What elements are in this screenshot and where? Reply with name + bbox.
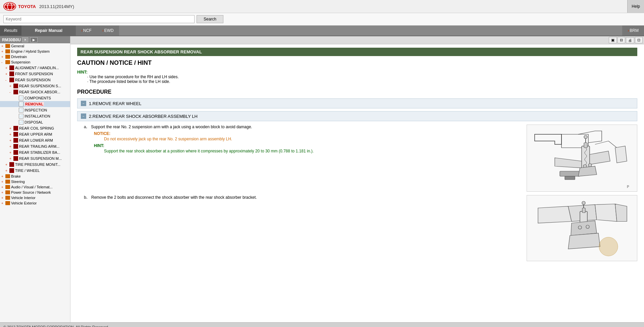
tab-ewd-label: EWD [104, 28, 114, 33]
expand-icon-tire-wheel[interactable]: + [5, 169, 9, 173]
step-2-block[interactable]: − 2.REMOVE REAR SHOCK ABSORBER ASSEMBLY … [77, 111, 637, 121]
expand-icon-tire-pressure[interactable]: + [5, 163, 9, 167]
tab-ncf-label: NCF [83, 28, 92, 33]
search-button[interactable]: Search [197, 15, 223, 23]
folder-icon-drivetrain [5, 55, 10, 59]
keyword-input[interactable] [3, 15, 195, 23]
help-button[interactable]: Help [627, 0, 644, 13]
expand-icon-audio-visual[interactable]: + [1, 185, 5, 189]
sidebar-label-rear-stabilizer-bar: REAR STABILIZER BA... [19, 150, 60, 154]
tab-results-label: Results [4, 28, 17, 33]
sidebar-label-rear-trailing-arm: REAR TRAILING ARM... [19, 144, 59, 148]
tab-results[interactable]: Results [0, 26, 21, 36]
expand-icon-rear-upper-arm[interactable]: + [9, 133, 13, 136]
sidebar-close-button[interactable]: ✕ [22, 37, 28, 42]
sidebar-item-rear-upper-arm[interactable]: + REAR UPPER ARM [0, 131, 70, 137]
print-button[interactable]: 🖨 [626, 37, 634, 43]
sidebar-item-tire-pressure[interactable]: + TIRE PRESSURE MONIT... [0, 161, 70, 168]
sidebar-label-engine: Engine / Hybrid System [11, 49, 50, 53]
book-icon-rear-shock-absor [13, 90, 18, 94]
sidebar-item-engine[interactable]: + Engine / Hybrid System [0, 49, 70, 54]
book-icon-rear-stabilizer-bar [13, 150, 18, 155]
sidebar-item-rear-suspension-m[interactable]: + REAR SUSPENSION M... [0, 155, 70, 161]
expand-icon-front-suspension[interactable]: + [5, 72, 9, 76]
expand-icon-rear-lower-arm[interactable]: + [9, 139, 13, 142]
sidebar-item-rear-suspension[interactable]: - REAR SUSPENSION [0, 77, 70, 83]
folder-icon-steering [5, 180, 10, 184]
expand-icon-rear-suspension[interactable]: - [5, 78, 9, 82]
sidebar-item-disposal[interactable]: 📄 DISPOSAL [0, 119, 70, 125]
header: TOYOTA 2013.11(2014MY) Help [0, 0, 644, 13]
tab-repair-manual[interactable]: Repair Manual [21, 26, 76, 36]
step-2a-label: a. [84, 125, 87, 129]
view-single-button[interactable]: ▣ [609, 37, 617, 43]
expand-icon-rear-stabilizer-bar[interactable]: + [9, 151, 13, 154]
expand-icon-rear-trailing-arm[interactable]: + [9, 145, 13, 148]
sidebar-item-removal[interactable]: 📄 REMOVAL [0, 101, 70, 107]
tab-brm[interactable]: › BRM [622, 26, 644, 36]
svg-point-23 [586, 225, 589, 229]
procedure-title: PROCEDURE [77, 89, 637, 95]
sidebar-item-vehicle-interior[interactable]: + Vehicle Interior [0, 195, 70, 200]
main-area: RM30B0U ✕ ▶ + General + Engine / Hybrid … [0, 36, 644, 322]
sidebar-item-drivetrain[interactable]: + Drivetrain [0, 54, 70, 59]
expand-icon-engine[interactable]: + [1, 50, 5, 53]
step-2b-label: b. [84, 195, 88, 200]
expand-icon-alignment[interactable]: + [5, 66, 9, 70]
page-icon-disposal: 📄 [19, 120, 23, 125]
sidebar-item-installation[interactable]: 📄 INSTALLATION [0, 113, 70, 119]
sidebar-item-alignment[interactable]: + ALIGNMENT / HANDLIN... [0, 65, 70, 71]
tab-ewd[interactable]: › EWD [97, 26, 119, 36]
sidebar-item-brake[interactable]: + Brake [0, 174, 70, 179]
sidebar-item-rear-shock-absor[interactable]: - REAR SHOCK ABSOR... [0, 89, 70, 95]
sidebar-expand-button[interactable]: ▶ [30, 37, 38, 42]
sidebar-item-rear-stabilizer-bar[interactable]: + REAR STABILIZER BA... [0, 149, 70, 155]
sidebar-item-general[interactable]: + General [0, 43, 70, 49]
notice-text: Do not excessively jack up the rear No. … [104, 137, 520, 141]
sidebar-label-audio-visual: Audio / Visual / Telemat... [11, 185, 53, 189]
expand-icon-power-source[interactable]: + [1, 191, 5, 194]
page-icon-installation: 📄 [19, 114, 23, 119]
sidebar-item-power-source[interactable]: + Power Source / Network [0, 190, 70, 195]
svg-point-19 [582, 201, 585, 205]
hint-item-2: The procedure listed below is for the LH… [87, 79, 637, 84]
expand-icon-rear-suspension-s[interactable]: + [9, 84, 13, 88]
sidebar-item-rear-suspension-s[interactable]: + REAR SUSPENSION S... [0, 83, 70, 89]
svg-point-7 [584, 135, 587, 139]
tab-ncf[interactable]: › NCF [76, 26, 97, 36]
expand-icon-rear-suspension-m[interactable]: + [9, 157, 13, 160]
step-2b-diagram-svg [528, 197, 635, 259]
expand-icon-general[interactable]: + [1, 44, 5, 48]
step-1-block[interactable]: − 1.REMOVE REAR WHEEL [77, 98, 637, 108]
view-split-button[interactable]: ⊟ [618, 37, 625, 43]
expand-icon-rear-coil-spring[interactable]: + [9, 127, 13, 130]
book-icon-rear-trailing-arm [13, 144, 18, 149]
sidebar-item-steering[interactable]: + Steering [0, 179, 70, 184]
expand-icon-rear-shock-absor[interactable]: - [9, 90, 13, 94]
svg-point-22 [578, 226, 582, 229]
book-icon-rear-upper-arm [13, 132, 18, 137]
expand-icon-vehicle-interior[interactable]: + [1, 196, 5, 200]
sidebar-item-audio-visual[interactable]: + Audio / Visual / Telemat... [0, 184, 70, 190]
sidebar-item-rear-coil-spring[interactable]: + REAR COIL SPRING [0, 125, 70, 131]
expand-icon-brake[interactable]: + [1, 175, 5, 178]
expand-icon-steering[interactable]: + [1, 180, 5, 184]
expand-icon-vehicle-exterior[interactable]: + [1, 201, 5, 205]
step-2-icon: − [81, 113, 86, 119]
sidebar-item-rear-trailing-arm[interactable]: + REAR TRAILING ARM... [0, 143, 70, 149]
book-icon-rear-suspension-s [13, 84, 18, 88]
expand-icon-drivetrain[interactable]: + [1, 55, 5, 59]
sidebar-item-inspection[interactable]: 📄 INSPECTION [0, 107, 70, 113]
tab-repair-manual-label: Repair Manual [35, 28, 62, 33]
sidebar-item-tire-wheel[interactable]: + TIRE / WHEEL [0, 168, 70, 174]
expand-content-button[interactable]: ⊡ [635, 37, 643, 43]
sidebar-item-vehicle-exterior[interactable]: + Vehicle Exterior [0, 200, 70, 206]
svg-text:P: P [627, 185, 629, 189]
sidebar-item-front-suspension[interactable]: + FRONT SUSPENSION [0, 71, 70, 77]
footer-text: © 2012 TOYOTA MOTOR CORPORATION. All Rig… [3, 325, 109, 327]
sidebar-item-suspension[interactable]: - Suspension [0, 59, 70, 65]
sidebar-item-rear-lower-arm[interactable]: + REAR LOWER ARM [0, 137, 70, 143]
sidebar-label-rear-coil-spring: REAR COIL SPRING [19, 126, 54, 130]
sidebar-item-components[interactable]: 📄 COMPONENTS [0, 95, 70, 101]
expand-icon-suspension[interactable]: - [1, 60, 5, 64]
